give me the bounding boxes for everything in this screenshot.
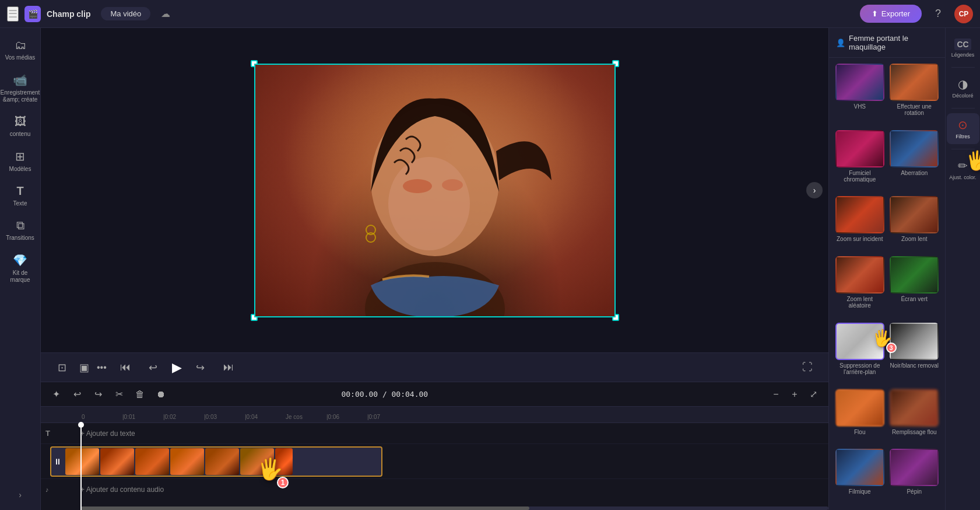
track-thumb-1	[100, 448, 134, 475]
undo-btn[interactable]: ↩	[69, 386, 85, 403]
timeline-toolbar: ✦ ↩ ↪ ✂ 🗑 ⏺ 00:00.00 / 00:04.00 − + ⤢	[41, 382, 828, 407]
filter-thumb-zoom-incident	[835, 196, 884, 233]
timeline-scrollbar-thumb[interactable]	[80, 506, 529, 510]
filter-name-rotation: Effectuer une rotation	[890, 103, 940, 116]
add-text-button[interactable]: + Ajouter du texte	[80, 429, 135, 438]
export-icon: ⬆	[872, 9, 878, 18]
record-screen-btn[interactable]: ⏺	[153, 386, 169, 403]
expand-timeline-btn[interactable]: ⤢	[805, 386, 821, 403]
filter-name-zoom-incident: Zoom sur incident	[837, 236, 883, 242]
tool-divider-1	[951, 67, 975, 68]
filter-item-pepin[interactable]: Pépin	[890, 449, 940, 504]
skip-to-end-btn[interactable]: ⏭	[219, 358, 238, 377]
filter-item-effectuer-rotation[interactable]: Effectuer une rotation	[890, 64, 940, 125]
video-frame: 16:9	[254, 64, 616, 317]
filter-item-zoom-aleatoire[interactable]: Zoom lent aléatoire	[835, 256, 885, 318]
vc-more-btn[interactable]: •••	[97, 358, 107, 377]
filter-thumb-zoom-aleatoire	[835, 256, 884, 294]
filter-item-ecran-vert[interactable]: Écran vert	[890, 256, 940, 318]
sidebar-item-enregistrement[interactable]: 📹 Enregistrement &amp; créate	[2, 68, 39, 108]
avatar[interactable]: CP	[954, 5, 973, 23]
cut-btn[interactable]: ✂	[111, 386, 127, 403]
video-track-row: ⏸ 🖐 1	[41, 444, 828, 479]
record-camera-icon: 📹	[13, 73, 27, 87]
right-panel-header: 👤 Femme portant le maquillage	[829, 28, 945, 58]
filter-item-zoom-incident[interactable]: Zoom sur incident	[835, 196, 885, 251]
sidebar-expand-button[interactable]: ›	[19, 490, 22, 499]
delete-btn[interactable]: 🗑	[132, 386, 148, 403]
audio-track-content: + Ajouter du contenu audio	[80, 479, 828, 500]
filter-item-fumiciel[interactable]: Fumiciel chromatique	[835, 130, 885, 192]
text-icon: T	[16, 184, 23, 198]
crop-toggle-btn[interactable]: ⊡	[52, 358, 71, 377]
ruler-mark-5: Je cos	[286, 414, 326, 420]
tool-decolore[interactable]: ◑ Décoloré	[947, 72, 979, 103]
sidebar-item-texte[interactable]: T Texte	[2, 180, 39, 212]
pause-overlay-icon: ⏸	[54, 457, 62, 466]
add-audio-button[interactable]: + Ajouter du contenu audio	[80, 485, 164, 494]
media-icon: 🗂	[15, 39, 26, 52]
filter-name-suppression: Suppression de l'arrière-plan	[835, 362, 885, 375]
redo-btn[interactable]: ↪	[90, 386, 106, 403]
export-button[interactable]: ⬆ Exporter	[860, 5, 922, 23]
zoom-out-btn[interactable]: −	[768, 386, 784, 403]
right-panel-title: Femme portant le maquillage	[849, 34, 938, 51]
filter-thumb-ecran-vert	[890, 256, 939, 294]
rewind-btn[interactable]: ↩	[144, 358, 163, 377]
playhead[interactable]	[80, 423, 82, 510]
right-panel: 👤 Femme portant le maquillage VHS Effect…	[828, 28, 945, 510]
video-track-strip[interactable]: ⏸	[50, 446, 382, 477]
sidebar-item-kit-de-marque[interactable]: 💎 Kit de marque	[2, 249, 39, 288]
ruler-mark-6: |0:06	[326, 414, 367, 420]
canvas-area: 16:9	[41, 28, 828, 510]
video-title-tab[interactable]: Ma vidéo	[101, 7, 150, 20]
play-button[interactable]: ▶	[172, 360, 182, 375]
topbar-right: ⬆ Exporter ? CP	[860, 5, 973, 23]
templates-icon: ⊞	[15, 149, 25, 163]
tool-filtres[interactable]: ⊙ Filtres	[947, 113, 979, 144]
ruler-mark-4: |0:04	[245, 414, 286, 420]
filter-name-fumiciel: Fumiciel chromatique	[835, 170, 885, 183]
sparkle-btn[interactable]: ✦	[48, 386, 64, 403]
ruler-mark-0: 0	[82, 414, 122, 420]
filter-item-noir-blanc[interactable]: Noir/blanc removal	[890, 323, 940, 385]
filter-item-aberration[interactable]: Aberration	[890, 130, 940, 192]
svg-point-4	[442, 179, 463, 191]
filter-item-flou[interactable]: Flou	[835, 389, 885, 445]
fullscreen-btn[interactable]: ⛶	[798, 358, 817, 377]
brand-kit-icon: 💎	[13, 253, 27, 267]
filter-thumb-noir-blanc	[890, 323, 939, 360]
canvas-nav-right[interactable]: ›	[806, 182, 823, 198]
sidebar-item-modeles[interactable]: ⊞ Modèles	[2, 145, 39, 177]
help-button[interactable]: ?	[929, 5, 947, 23]
pip-btn[interactable]: ▣	[75, 358, 93, 377]
filter-thumb-flou	[835, 389, 884, 427]
filter-thumb-remplissage-flou	[890, 389, 939, 427]
filter-item-suppression[interactable]: Suppression de l'arrière-plan 🖐 3	[835, 323, 885, 385]
topbar-left: ☰ 🎬 Champ clip Ma vidéo ☁	[7, 6, 170, 22]
filter-item-filmique[interactable]: Filmique	[835, 449, 885, 504]
svg-point-3	[403, 179, 432, 193]
transitions-icon: ⧉	[16, 219, 24, 232]
filter-thumb-filmique	[835, 449, 884, 486]
video-track-content[interactable]: ⏸ 🖐 1	[50, 445, 828, 478]
forward-btn[interactable]: ↪	[191, 358, 210, 377]
zoom-in-btn[interactable]: +	[786, 386, 803, 403]
skip-to-start-btn[interactable]: ⏮	[116, 358, 135, 377]
timeline-tracks: 0 |0:01 |0:02 |0:03 |0:04 Je cos |0:06 |…	[41, 407, 828, 510]
video-preview[interactable]	[254, 64, 616, 317]
right-panel-icon: 👤	[836, 39, 845, 47]
sidebar-item-transitions[interactable]: ⧉ Transitions	[2, 214, 39, 246]
tool-divider-3	[951, 149, 975, 149]
sidebar-item-vos-medias[interactable]: 🗂 Vos médias	[2, 34, 39, 66]
app-logo: 🎬	[24, 6, 41, 22]
track-thumb-4	[205, 448, 239, 475]
filter-item-vhs[interactable]: VHS	[835, 64, 885, 125]
text-track-row: T + Ajouter du texte	[41, 423, 828, 444]
tool-legendes[interactable]: CC Légendes	[947, 34, 979, 62]
sidebar-item-contenu[interactable]: 🖼 contenu	[2, 110, 39, 142]
filter-item-remplissage-flou[interactable]: Remplissage flou	[890, 389, 940, 445]
filter-item-zoom-lent[interactable]: Zoom lent	[890, 196, 940, 251]
menu-button[interactable]: ☰	[7, 6, 19, 22]
tool-ajust-color[interactable]: ✏ Ajust. color. 🖐 2	[947, 154, 979, 185]
